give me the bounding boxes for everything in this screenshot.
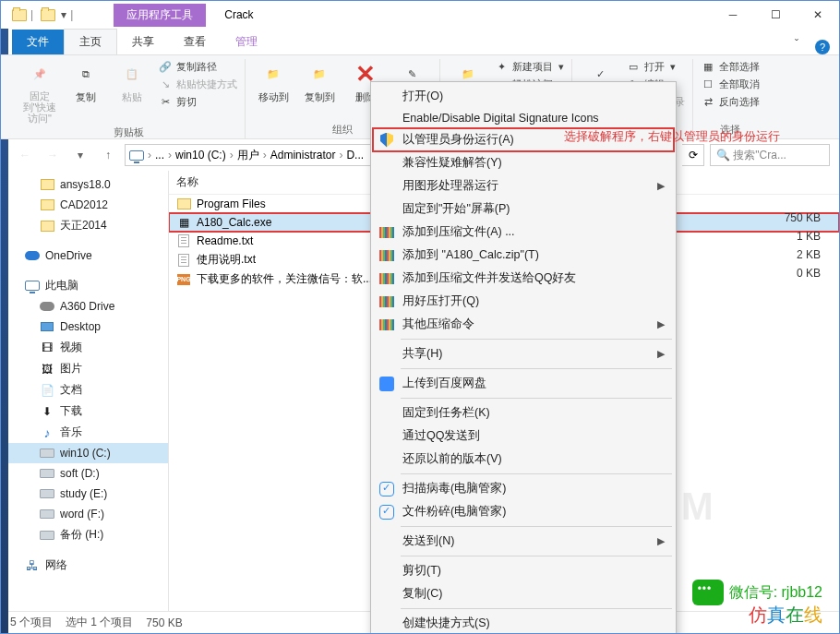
tab-home[interactable]: 主页 bbox=[64, 29, 117, 54]
nav-item-thispc[interactable]: 此电脑 bbox=[1, 275, 168, 296]
cm-add-zip[interactable]: 添加到 "A180_Calc.zip"(T) bbox=[373, 244, 674, 267]
navigation-pane[interactable]: ansys18.0 CAD2012 天正2014 OneDrive 此电脑 A3… bbox=[1, 171, 169, 611]
cm-scan[interactable]: 扫描病毒(电脑管家) bbox=[373, 477, 674, 500]
minimize-button[interactable]: ─ bbox=[712, 1, 754, 29]
nav-item-ansys[interactable]: ansys18.0 bbox=[1, 174, 168, 195]
crumb-more[interactable]: D... bbox=[346, 149, 364, 161]
nav-item-onedrive[interactable]: OneDrive bbox=[1, 245, 168, 266]
size-txt2: 2 KB bbox=[747, 248, 821, 261]
pin-icon: 📌 bbox=[25, 59, 54, 89]
cut-button[interactable]: ✂剪切 bbox=[158, 94, 237, 109]
nav-item-videos[interactable]: 🎞视频 bbox=[1, 337, 168, 358]
archive-icon bbox=[379, 227, 394, 238]
cm-shred[interactable]: 文件粉碎(电脑管家) bbox=[373, 500, 674, 523]
nav-item-documents[interactable]: 📄文档 bbox=[1, 379, 168, 401]
txt-icon bbox=[178, 234, 189, 247]
nav-item-a360[interactable]: A360 Drive bbox=[1, 296, 168, 317]
cm-add-archive[interactable]: 添加到压缩文件(A) ... bbox=[373, 221, 674, 244]
folder-icon bbox=[41, 221, 54, 232]
cm-separator bbox=[401, 473, 672, 474]
cm-copy[interactable]: 复制(C) bbox=[373, 582, 674, 605]
nav-item-pictures[interactable]: 🖼图片 bbox=[1, 358, 168, 379]
copy-to-button[interactable]: 📁复制到 bbox=[299, 59, 340, 104]
up-button[interactable]: ↑ bbox=[97, 144, 119, 166]
context-tab-apptools: 应用程序工具 bbox=[114, 4, 206, 27]
paste-button[interactable]: 📋粘贴 bbox=[112, 59, 152, 104]
selectnone-icon: ☐ bbox=[701, 77, 715, 91]
cm-other-zip[interactable]: 其他压缩命令▶ bbox=[373, 313, 674, 336]
cm-sig-toggle[interactable]: Enable/Disable Digital Signature Icons bbox=[373, 108, 674, 128]
tab-share[interactable]: 共享 bbox=[117, 30, 169, 54]
copy-button[interactable]: ⧉复制 bbox=[66, 59, 106, 104]
forward-button[interactable]: → bbox=[42, 144, 64, 166]
nav-item-e[interactable]: study (E:) bbox=[1, 484, 168, 504]
cm-pin-taskbar[interactable]: 固定到任务栏(K) bbox=[373, 401, 674, 425]
cm-open[interactable]: 打开(O) bbox=[373, 85, 674, 108]
cm-pin-start[interactable]: 固定到"开始"屏幕(P) bbox=[373, 197, 674, 221]
ribbon-tabs: 文件 主页 共享 查看 管理 ˇ ? bbox=[1, 29, 839, 54]
ribbon-collapse-button[interactable]: ˇ bbox=[791, 34, 802, 54]
crumb-admin[interactable]: Administrator bbox=[270, 149, 336, 161]
open-icon: ▭ bbox=[626, 59, 641, 74]
tab-manage[interactable]: 管理 bbox=[221, 30, 272, 54]
refresh-button[interactable]: ⟳ bbox=[682, 144, 704, 166]
invert-select-button[interactable]: ⇄反向选择 bbox=[701, 94, 760, 109]
music-icon: ♪ bbox=[40, 425, 54, 440]
paste-shortcut-button[interactable]: ↘粘贴快捷方式 bbox=[158, 77, 237, 91]
nav-item-c[interactable]: win10 (C:) bbox=[1, 443, 168, 463]
moveto-icon: 📁 bbox=[258, 59, 288, 89]
pin-quickaccess-button[interactable]: 📌固定到"快速访问" bbox=[19, 59, 60, 124]
select-all-button[interactable]: ▦全部选择 bbox=[701, 59, 760, 74]
shortcut-icon: ↘ bbox=[158, 77, 173, 91]
open-button[interactable]: ▭打开▾ bbox=[626, 59, 685, 74]
cm-add-send-qq[interactable]: 添加到压缩文件并发送给QQ好友 bbox=[373, 267, 674, 290]
pictures-icon: 🖼 bbox=[40, 362, 54, 377]
qat-overflow[interactable]: ▾ bbox=[61, 8, 66, 21]
nav-item-music[interactable]: ♪音乐 bbox=[1, 422, 168, 443]
drive-icon bbox=[40, 531, 54, 540]
paste-icon: 📋 bbox=[117, 59, 147, 89]
new-item-button[interactable]: ✦新建项目▾ bbox=[494, 59, 564, 74]
nav-item-tianzheng[interactable]: 天正2014 bbox=[1, 215, 168, 236]
cm-gpu[interactable]: 用图形处理器运行▶ bbox=[373, 174, 674, 197]
cloud-icon bbox=[25, 251, 40, 260]
help-icon[interactable]: ? bbox=[815, 40, 830, 54]
maximize-button[interactable]: ☐ bbox=[754, 1, 797, 29]
nav-item-cad[interactable]: CAD2012 bbox=[1, 195, 168, 215]
back-button[interactable]: ← bbox=[14, 144, 36, 166]
cm-shortcut[interactable]: 创建快捷方式(S) bbox=[373, 612, 674, 634]
cm-upload-baidu[interactable]: 上传到百度网盘 bbox=[373, 372, 674, 395]
cm-cut[interactable]: 剪切(T) bbox=[373, 559, 674, 582]
path-icon: 🔗 bbox=[158, 59, 173, 74]
cm-goodzip[interactable]: 用好压打开(Q) bbox=[373, 290, 674, 313]
cm-compat[interactable]: 兼容性疑难解答(Y) bbox=[373, 151, 674, 174]
close-button[interactable]: ✕ bbox=[797, 1, 839, 29]
copy-path-button[interactable]: 🔗复制路径 bbox=[158, 59, 237, 74]
desktop-icon bbox=[41, 322, 54, 331]
tab-file[interactable]: 文件 bbox=[12, 30, 64, 54]
nav-item-network[interactable]: 🖧网络 bbox=[1, 555, 168, 576]
nav-item-downloads[interactable]: ⬇下载 bbox=[1, 401, 168, 422]
search-input[interactable]: 🔍 搜索"Cra... bbox=[710, 144, 830, 166]
crumb-drive[interactable]: win10 (C:) bbox=[175, 149, 226, 161]
folder-icon bbox=[41, 199, 54, 210]
move-to-button[interactable]: 📁移动到 bbox=[253, 59, 294, 104]
cm-share[interactable]: 共享(H)▶ bbox=[373, 342, 674, 365]
nav-item-d[interactable]: soft (D:) bbox=[1, 463, 168, 484]
crumb-users[interactable]: 用户 bbox=[237, 148, 259, 163]
nav-item-desktop[interactable]: Desktop bbox=[1, 317, 168, 337]
cm-send-to[interactable]: 发送到(N)▶ bbox=[373, 530, 674, 553]
copyto-icon: 📁 bbox=[305, 59, 334, 89]
cm-send-qq[interactable]: 通过QQ发送到 bbox=[373, 425, 674, 448]
recent-dropdown[interactable]: ▾ bbox=[69, 144, 91, 166]
qat-open-icon[interactable] bbox=[41, 9, 55, 21]
nav-item-f[interactable]: word (F:) bbox=[1, 504, 168, 524]
cm-restore[interactable]: 还原以前的版本(V) bbox=[373, 448, 674, 471]
documents-icon: 📄 bbox=[40, 383, 54, 398]
tab-view[interactable]: 查看 bbox=[169, 30, 221, 54]
status-selected: 选中 1 个项目 bbox=[66, 615, 133, 630]
select-none-button[interactable]: ☐全部取消 bbox=[701, 77, 760, 91]
nav-item-h[interactable]: 备份 (H:) bbox=[1, 524, 168, 545]
drive-icon bbox=[40, 509, 54, 519]
size-exe: 750 KB bbox=[747, 211, 821, 224]
